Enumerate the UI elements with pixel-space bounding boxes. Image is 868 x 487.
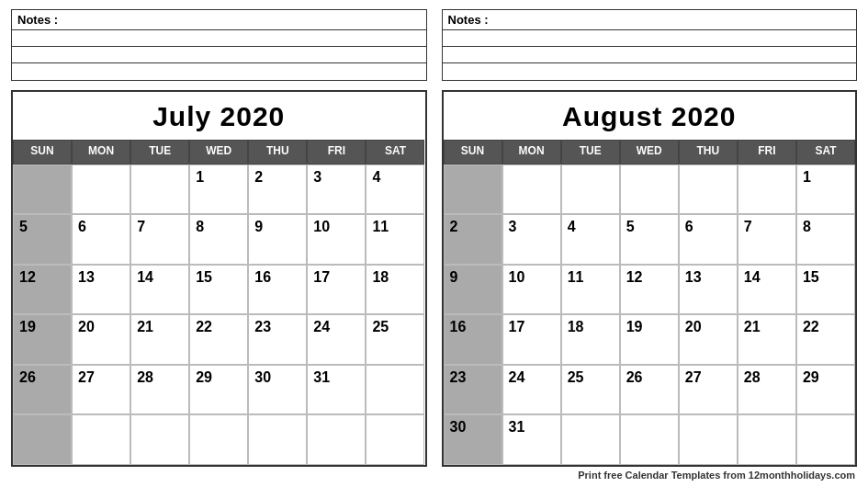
cal-day-cell: 25	[561, 365, 620, 415]
cal-day-cell: 27	[72, 365, 130, 415]
cal-day-cell: 21	[130, 314, 189, 365]
cal-day-cell	[738, 164, 796, 215]
notes-right-label: Notes :	[443, 10, 857, 30]
notes-line-4	[443, 30, 857, 47]
cal-day-cell: 19	[620, 314, 679, 365]
cal-day-cell: 17	[502, 314, 561, 365]
cal-day-cell: 28	[130, 365, 189, 415]
cal-day-cell	[307, 414, 366, 465]
cal-day-cell: 6	[72, 214, 130, 265]
cal-day-cell: 19	[13, 314, 72, 365]
notes-left-label: Notes :	[12, 10, 426, 30]
cal-day-cell: 1	[796, 164, 855, 215]
calendars-section: July 2020 SUNMONTUEWEDTHUFRISAT123456789…	[11, 90, 857, 467]
cal-day-cell: 15	[189, 265, 248, 315]
cal-day-cell: 30	[248, 365, 307, 415]
cal-day-cell	[796, 414, 855, 465]
cal-day-cell: 31	[502, 414, 561, 465]
cal-day-cell: 6	[679, 214, 738, 265]
cal-header-cell: THU	[248, 140, 307, 164]
cal-day-cell: 8	[796, 214, 855, 265]
cal-day-cell: 4	[366, 164, 424, 215]
cal-day-cell: 18	[561, 314, 620, 365]
cal-day-cell	[502, 164, 561, 215]
cal-day-cell: 2	[444, 214, 502, 265]
notes-section: Notes : Notes :	[11, 9, 857, 81]
cal-day-cell	[620, 414, 679, 465]
cal-day-cell: 13	[72, 265, 130, 315]
cal-header-cell: TUE	[561, 140, 620, 164]
notes-line-2	[12, 47, 426, 63]
cal-header-cell: FRI	[738, 140, 796, 164]
cal-day-cell: 28	[738, 365, 796, 415]
cal-day-cell: 25	[366, 314, 424, 365]
cal-day-cell: 29	[189, 365, 248, 415]
cal-day-cell: 2	[248, 164, 307, 215]
notes-line-6	[443, 63, 857, 80]
july-calendar: July 2020 SUNMONTUEWEDTHUFRISAT123456789…	[11, 90, 427, 467]
cal-day-cell: 20	[72, 314, 130, 365]
cal-day-cell: 26	[620, 365, 679, 415]
cal-day-cell: 13	[679, 265, 738, 315]
july-grid: SUNMONTUEWEDTHUFRISAT1234567891011121314…	[13, 140, 425, 465]
cal-day-cell: 7	[738, 214, 796, 265]
august-grid: SUNMONTUEWEDTHUFRISAT1234567891011121314…	[444, 140, 856, 465]
notes-line-1	[12, 30, 426, 47]
cal-day-cell: 27	[679, 365, 738, 415]
notes-left: Notes :	[11, 9, 427, 81]
cal-header-cell: SAT	[366, 140, 424, 164]
cal-day-cell: 30	[444, 414, 502, 465]
cal-day-cell: 5	[620, 214, 679, 265]
cal-day-cell	[366, 414, 424, 465]
august-title: August 2020	[444, 92, 856, 140]
cal-day-cell: 8	[189, 214, 248, 265]
cal-day-cell: 29	[796, 365, 855, 415]
cal-day-cell	[561, 164, 620, 215]
august-calendar: August 2020 SUNMONTUEWEDTHUFRISAT1234567…	[442, 90, 858, 467]
cal-day-cell: 4	[561, 214, 620, 265]
cal-day-cell: 20	[679, 314, 738, 365]
footer-site: 12monthholidays.com	[749, 470, 855, 481]
cal-header-cell: WED	[189, 140, 248, 164]
cal-header-cell: THU	[679, 140, 738, 164]
cal-day-cell: 24	[502, 365, 561, 415]
cal-day-cell	[561, 414, 620, 465]
notes-line-3	[12, 63, 426, 80]
cal-day-cell	[130, 164, 189, 215]
cal-day-cell	[679, 164, 738, 215]
cal-header-cell: SUN	[13, 140, 72, 164]
cal-header-cell: SUN	[444, 140, 502, 164]
cal-day-cell: 18	[366, 265, 424, 315]
footer-prefix: Print free Calendar Templates from	[578, 470, 749, 481]
footer: Print free Calendar Templates from 12mon…	[11, 467, 857, 481]
cal-day-cell	[72, 414, 130, 465]
cal-day-cell	[679, 414, 738, 465]
cal-header-cell: WED	[620, 140, 679, 164]
cal-day-cell: 23	[248, 314, 307, 365]
notes-right: Notes :	[442, 9, 858, 81]
cal-day-cell: 7	[130, 214, 189, 265]
cal-day-cell: 24	[307, 314, 366, 365]
cal-day-cell: 5	[13, 214, 72, 265]
cal-day-cell: 10	[502, 265, 561, 315]
cal-day-cell: 23	[444, 365, 502, 415]
cal-header-cell: MON	[72, 140, 130, 164]
cal-day-cell: 9	[248, 214, 307, 265]
notes-line-5	[443, 47, 857, 63]
cal-day-cell: 1	[189, 164, 248, 215]
cal-day-cell	[444, 164, 502, 215]
cal-day-cell	[72, 164, 130, 215]
cal-day-cell: 11	[561, 265, 620, 315]
cal-day-cell	[738, 414, 796, 465]
cal-day-cell: 21	[738, 314, 796, 365]
cal-header-cell: FRI	[307, 140, 366, 164]
cal-day-cell: 16	[248, 265, 307, 315]
cal-day-cell: 31	[307, 365, 366, 415]
cal-day-cell: 16	[444, 314, 502, 365]
cal-day-cell: 26	[13, 365, 72, 415]
cal-header-cell: MON	[502, 140, 561, 164]
cal-header-cell: TUE	[130, 140, 189, 164]
cal-header-cell: SAT	[796, 140, 855, 164]
cal-day-cell	[130, 414, 189, 465]
cal-day-cell: 11	[366, 214, 424, 265]
